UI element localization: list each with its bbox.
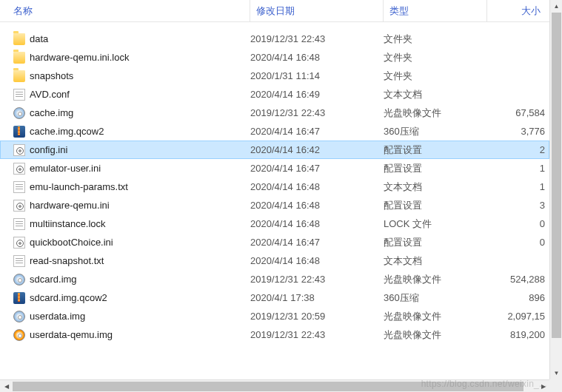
file-name-cell: emulator-user.ini <box>13 163 250 175</box>
file-row[interactable]: emu-launch-params.txt2020/4/14 16:48文本文档… <box>0 178 549 196</box>
file-date-cell: 2019/12/31 22:43 <box>250 329 384 340</box>
disc-icon <box>13 311 25 322</box>
file-date-cell: 2019/12/31 22:43 <box>250 33 384 44</box>
file-size-cell: 896 <box>487 292 545 303</box>
file-type-cell: 光盘映像文件 <box>384 310 487 323</box>
file-date-cell: 2020/4/14 16:48 <box>250 52 384 63</box>
file-row[interactable]: emulator-user.ini2020/4/14 16:47配置设置1 <box>0 159 549 178</box>
file-name-label: cache.img.qcow2 <box>30 126 104 137</box>
file-row[interactable]: userdata-qemu.img2019/12/31 22:43光盘映像文件8… <box>0 325 549 344</box>
file-type-cell: 文本文档 <box>384 254 487 268</box>
file-name-cell: data <box>13 33 250 45</box>
file-type-cell: 文本文档 <box>384 88 487 101</box>
disc-icon <box>13 274 25 285</box>
file-date-cell: 2020/4/14 16:47 <box>250 237 384 248</box>
column-header-date[interactable]: 修改日期 <box>250 0 384 21</box>
file-type-cell: 光盘映像文件 <box>384 107 487 120</box>
file-name-label: emulator-user.ini <box>30 163 101 174</box>
file-size-cell: 0 <box>487 237 545 248</box>
folder-icon <box>13 33 25 45</box>
file-row[interactable]: cache.img.qcow22020/4/14 16:47360压缩3,776 <box>0 122 549 141</box>
file-size-cell: 3,776 <box>487 126 545 137</box>
file-name-cell: cache.img.qcow2 <box>13 126 250 138</box>
ini-icon <box>13 144 25 156</box>
file-name-cell: config.ini <box>13 144 250 156</box>
file-row[interactable]: multiinstance.lock2020/4/14 16:48LOCK 文件… <box>0 214 549 233</box>
file-type-cell: 文件夹 <box>384 51 487 64</box>
file-size-cell: 1 <box>487 181 545 192</box>
file-name-label: quickbootChoice.ini <box>30 237 113 248</box>
file-name-label: userdata-qemu.img <box>30 329 113 340</box>
file-size-cell: 3 <box>487 200 545 211</box>
file-name-cell: hardware-qemu.ini.lock <box>13 52 250 64</box>
archive-icon <box>13 292 25 304</box>
file-row[interactable]: AVD.conf2020/4/14 16:49文本文档 <box>0 85 549 104</box>
file-name-label: AVD.conf <box>30 89 70 100</box>
column-header-type[interactable]: 类型 <box>384 0 487 21</box>
file-type-cell: 配置设置 <box>384 143 487 157</box>
file-date-cell: 2019/12/31 22:43 <box>250 107 384 118</box>
file-row[interactable]: quickbootChoice.ini2020/4/14 16:47配置设置0 <box>0 233 549 251</box>
file-name-label: read-snapshot.txt <box>30 255 104 266</box>
file-name-cell: read-snapshot.txt <box>13 255 250 267</box>
file-size-cell: 2,097,15 <box>487 311 545 322</box>
file-type-cell: 文件夹 <box>384 33 487 46</box>
file-size-cell: 819,200 <box>487 329 545 340</box>
file-type-cell: 光盘映像文件 <box>384 328 487 342</box>
scroll-down-arrow-icon[interactable]: ▼ <box>550 367 562 379</box>
ini-icon <box>13 200 25 212</box>
column-header-name[interactable]: 名称 <box>0 0 250 21</box>
file-name-label: sdcard.img.qcow2 <box>30 292 107 303</box>
file-name-cell: quickbootChoice.ini <box>13 237 250 249</box>
vertical-scrollbar[interactable]: ▲ ▼ <box>549 0 562 379</box>
file-row[interactable]: read-snapshot.txt2020/4/14 16:48文本文档 <box>0 251 549 270</box>
file-name-label: hardware-qemu.ini.lock <box>30 52 129 63</box>
txtdoc-icon <box>13 218 25 230</box>
file-name-label: sdcard.img <box>30 274 77 285</box>
file-date-cell: 2019/12/31 22:43 <box>250 274 384 285</box>
file-name-label: data <box>30 33 48 44</box>
archive-icon <box>13 126 25 138</box>
ini-icon <box>13 163 25 175</box>
file-date-cell: 2020/4/14 16:47 <box>250 126 384 137</box>
horizontal-scroll-thumb[interactable] <box>13 382 523 391</box>
file-row[interactable]: sdcard.img.qcow22020/4/1 17:38360压缩896 <box>0 288 549 307</box>
file-size-cell: 2 <box>487 144 545 155</box>
scroll-left-arrow-icon[interactable]: ◀ <box>0 380 13 392</box>
txtdoc-icon <box>13 255 25 267</box>
file-type-cell: 配置设置 <box>384 236 487 249</box>
txtdoc-icon <box>13 89 25 101</box>
file-name-cell: AVD.conf <box>13 89 250 101</box>
file-row[interactable]: sdcard.img2019/12/31 22:43光盘映像文件524,288 <box>0 270 549 288</box>
file-row[interactable]: data2019/12/31 22:43文件夹 <box>0 30 549 48</box>
vertical-scroll-thumb[interactable] <box>552 13 561 338</box>
scroll-right-arrow-icon[interactable]: ▶ <box>537 380 549 392</box>
file-name-cell: sdcard.img <box>13 274 250 285</box>
file-row[interactable]: config.ini2020/4/14 16:42配置设置2 <box>0 141 549 159</box>
scroll-up-arrow-icon[interactable]: ▲ <box>550 0 562 13</box>
file-type-cell: 360压缩 <box>384 291 487 305</box>
file-name-cell: hardware-qemu.ini <box>13 200 250 212</box>
column-header-size[interactable]: 大小 <box>487 0 546 21</box>
horizontal-scrollbar[interactable]: ◀ ▶ <box>0 379 549 392</box>
file-name-label: hardware-qemu.ini <box>30 200 110 211</box>
file-type-cell: 配置设置 <box>384 162 487 175</box>
scrollbar-corner <box>549 379 562 392</box>
file-name-cell: cache.img <box>13 107 250 119</box>
file-row[interactable]: cache.img2019/12/31 22:43光盘映像文件67,584 <box>0 104 549 122</box>
file-row[interactable]: hardware-qemu.ini2020/4/14 16:48配置设置3 <box>0 196 549 214</box>
file-name-label: userdata.img <box>30 311 85 322</box>
file-date-cell: 2020/4/14 16:48 <box>250 218 384 229</box>
file-date-cell: 2020/4/1 17:38 <box>250 292 384 303</box>
folder-icon <box>13 52 25 64</box>
file-row[interactable]: snapshots2020/1/31 11:14文件夹 <box>0 67 549 85</box>
column-header-row: 名称 修改日期 类型 大小 <box>0 0 549 22</box>
file-date-cell: 2020/4/14 16:42 <box>250 144 384 155</box>
ini-icon <box>13 237 25 249</box>
file-name-label: config.ini <box>30 144 67 155</box>
file-row[interactable]: userdata.img2019/12/31 20:59光盘映像文件2,097,… <box>0 307 549 325</box>
file-row[interactable]: hardware-qemu.ini.lock2020/4/14 16:48文件夹 <box>0 48 549 67</box>
file-name-cell: multiinstance.lock <box>13 218 250 230</box>
file-name-cell: emu-launch-params.txt <box>13 181 250 193</box>
file-type-cell: 360压缩 <box>384 125 487 138</box>
